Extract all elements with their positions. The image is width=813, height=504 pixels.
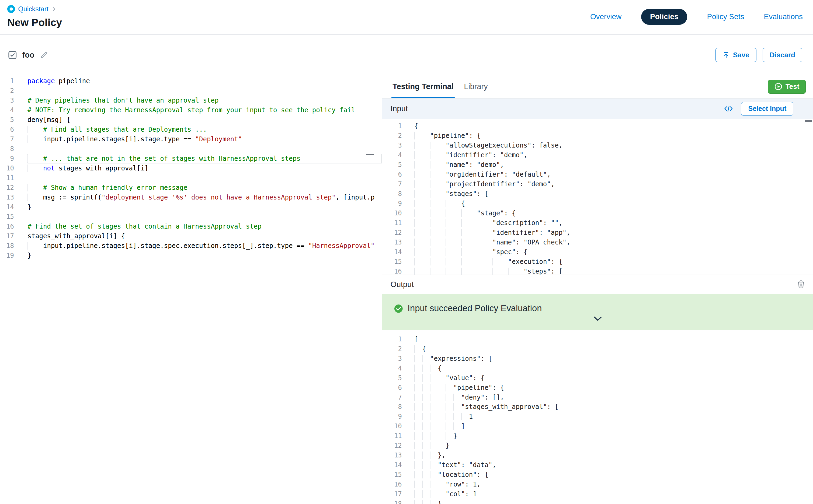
code-line[interactable]: 11 } <box>382 431 813 441</box>
code-line[interactable]: 1[ <box>382 334 813 344</box>
code-line[interactable]: 15 <box>0 212 382 222</box>
code-line[interactable]: 2 { <box>382 344 813 354</box>
code-line[interactable]: 1{ <box>382 121 813 131</box>
code-text: "description": "", <box>414 218 813 228</box>
code-line[interactable]: 7 input.pipeline.stages[i].stage.type ==… <box>0 134 382 144</box>
edit-name-button[interactable] <box>40 51 48 59</box>
code-line[interactable]: 5 "name": "demo", <box>382 160 813 170</box>
code-line[interactable]: 6 "orgIdentifier": "default", <box>382 170 813 179</box>
clear-output-button[interactable] <box>797 280 805 289</box>
code-line[interactable]: 10 ] <box>382 421 813 431</box>
breadcrumb: Quickstart <box>7 5 62 13</box>
code-line[interactable]: 4 { <box>382 363 813 373</box>
code-text: input.pipeline.stages[i].stage.spec.exec… <box>27 241 382 251</box>
code-line[interactable]: 6 # Find all stages that are Deployments… <box>0 125 382 134</box>
code-line[interactable]: 8 <box>0 144 382 154</box>
input-json-editor[interactable]: 1{2 "pipeline": {3 "allowStageExecutions… <box>382 119 813 275</box>
code-text: "steps": [ <box>414 267 813 275</box>
tab-testing-terminal[interactable]: Testing Terminal <box>387 75 459 98</box>
code-line[interactable]: 9 # ... that are not in the set of stage… <box>0 154 382 163</box>
line-number: 4 <box>382 363 402 373</box>
code-text: "allowStageExecutions": false, <box>414 141 813 150</box>
line-number: 11 <box>382 218 402 228</box>
code-line[interactable]: 13 msg := sprintf("deployment stage '%s'… <box>0 193 382 202</box>
code-line[interactable]: 15 "execution": { <box>382 257 813 267</box>
code-line[interactable]: 16 "steps": [ <box>382 267 813 275</box>
line-number: 5 <box>382 373 402 383</box>
line-number: 10 <box>0 163 14 173</box>
code-text: # Find all stages that are Deployments .… <box>27 125 382 134</box>
select-input-button[interactable]: Select Input <box>741 102 793 115</box>
code-text: { <box>414 121 813 131</box>
tab-library[interactable]: Library <box>459 75 493 98</box>
code-line[interactable]: 17stages_with_approval[i] { <box>0 231 382 241</box>
code-line[interactable]: 1package pipeline <box>0 76 382 86</box>
tab-policies[interactable]: Policies <box>641 9 687 25</box>
code-line[interactable]: 9 { <box>382 199 813 208</box>
code-line[interactable]: 19} <box>0 251 382 260</box>
code-line[interactable]: 13 }, <box>382 450 813 460</box>
code-line[interactable]: 17 "col": 1 <box>382 489 813 499</box>
code-line[interactable]: 2 <box>0 86 382 96</box>
code-line[interactable]: 11 "description": "", <box>382 218 813 228</box>
code-line[interactable]: 18 } <box>382 499 813 504</box>
code-line[interactable]: 15 "location": { <box>382 470 813 479</box>
test-button[interactable]: Test <box>768 80 806 94</box>
line-number: 13 <box>382 237 402 247</box>
rego-policy-editor[interactable]: 1package pipeline2 3# Deny pipelines tha… <box>0 75 382 504</box>
code-line[interactable]: 12 "identifier": "app", <box>382 228 813 237</box>
expand-details-button[interactable] <box>593 316 602 321</box>
page-tabs: OverviewPoliciesPolicy SetsEvaluations <box>590 0 803 34</box>
code-line[interactable]: 13 "name": "OPA check", <box>382 237 813 247</box>
code-line[interactable]: 4 "identifier": "demo", <box>382 150 813 160</box>
code-line[interactable]: 14} <box>0 202 382 212</box>
code-line[interactable]: 10 "stage": { <box>382 208 813 218</box>
line-number: 8 <box>0 144 14 154</box>
code-line[interactable]: 12 } <box>382 441 813 450</box>
code-line[interactable]: 4# NOTE: Try removing the HarnessApprova… <box>0 105 382 115</box>
code-line[interactable]: 3 "expressions": [ <box>382 354 813 363</box>
discard-button[interactable]: Discard <box>763 48 802 62</box>
edit-input-as-code-button[interactable] <box>724 105 733 112</box>
code-line[interactable]: 14 "text": "data", <box>382 460 813 470</box>
tab-overview[interactable]: Overview <box>590 12 622 21</box>
code-line[interactable]: 14 "spec": { <box>382 247 813 257</box>
input-section-title: Input <box>390 104 408 113</box>
code-line[interactable]: 7 "projectIdentifier": "demo", <box>382 179 813 189</box>
line-number: 2 <box>382 344 402 354</box>
code-line[interactable]: 12 # Show a human-friendly error message <box>0 183 382 193</box>
line-number: 9 <box>0 154 14 163</box>
line-number: 5 <box>0 115 14 125</box>
code-text: } <box>27 251 382 260</box>
breadcrumb-link-quickstart[interactable]: Quickstart <box>18 5 48 13</box>
code-line[interactable]: 8 "stages_with_approval": [ <box>382 402 813 412</box>
tab-evaluations[interactable]: Evaluations <box>764 12 803 21</box>
code-line[interactable]: 9 1 <box>382 412 813 421</box>
save-button[interactable]: Save <box>716 48 756 62</box>
code-text: "value": { <box>414 373 813 383</box>
code-line[interactable]: 8 "stages": [ <box>382 189 813 199</box>
code-text: stages_with_approval[i] { <box>27 231 382 241</box>
code-line[interactable]: 6 "pipeline": { <box>382 383 813 393</box>
code-line[interactable]: 18 input.pipeline.stages[i].stage.spec.e… <box>0 241 382 251</box>
code-line[interactable]: 2 "pipeline": { <box>382 131 813 141</box>
code-line[interactable]: 3# Deny pipelines that don't have an app… <box>0 96 382 105</box>
code-line[interactable]: 16# Find the set of stages that contain … <box>0 222 382 231</box>
check-circle-icon <box>394 304 403 313</box>
code-line[interactable]: 16 "row": 1, <box>382 479 813 489</box>
code-line[interactable]: 7 "deny": [], <box>382 393 813 402</box>
line-number: 3 <box>382 354 402 363</box>
input-section-header: Input Select Input <box>382 99 813 119</box>
code-line[interactable]: 10 not stages_with_approval[i] <box>0 163 382 173</box>
main-content: 1package pipeline2 3# Deny pipelines tha… <box>0 75 813 504</box>
code-line[interactable]: 5 "value": { <box>382 373 813 383</box>
code-line[interactable]: 5deny[msg] { <box>0 115 382 125</box>
code-text <box>27 86 382 96</box>
output-json-editor[interactable]: 1[2 {3 "expressions": [4 {5 "value": {6 … <box>382 330 813 504</box>
code-line[interactable]: 11 <box>0 173 382 183</box>
policy-name: foo <box>22 51 34 59</box>
line-number: 6 <box>382 170 402 179</box>
tab-policy-sets[interactable]: Policy Sets <box>707 12 744 21</box>
chevron-right-icon <box>52 7 56 11</box>
code-line[interactable]: 3 "allowStageExecutions": false, <box>382 141 813 150</box>
